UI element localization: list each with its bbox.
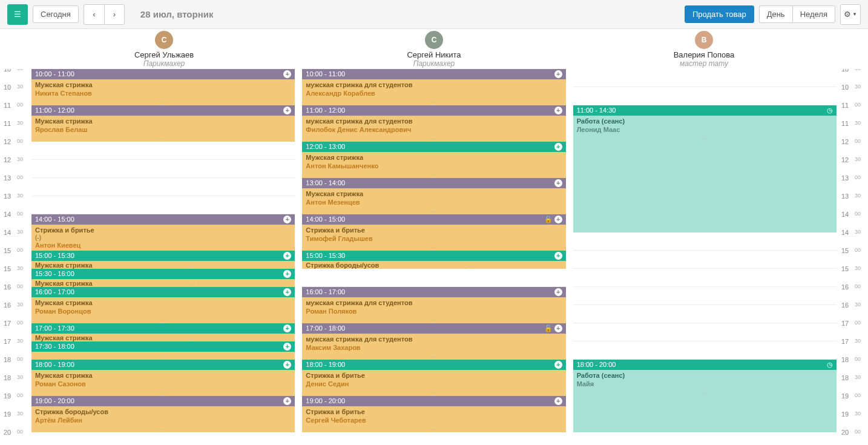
plus-circle-icon[interactable]: + <box>283 107 291 114</box>
appointment-time: 16:00 - 17:00 <box>306 287 345 297</box>
plus-circle-icon[interactable]: + <box>283 70 291 78</box>
appointment-header: 11:00 - 14:30 ◷ <box>573 105 837 116</box>
appointment[interactable]: 10:00 - 11:00 + Мужская стрижка Никита С… <box>31 69 295 105</box>
appointment[interactable]: 15:00 - 15:30 + Стрижка бороды/усов ... <box>302 251 565 269</box>
plus-circle-icon[interactable]: + <box>283 325 291 332</box>
date-label: 28 июл, вторник <box>140 9 214 19</box>
plus-circle-icon[interactable]: + <box>283 361 291 369</box>
day-view-button[interactable]: День <box>759 5 792 23</box>
appointment[interactable]: 14:00 - 15:00 + Стрижка и бритье (-) Ант… <box>31 214 295 251</box>
time-min: 00 <box>855 211 861 217</box>
plus-circle-icon[interactable]: + <box>554 107 562 114</box>
appointment-header: 14:00 - 15:00 + <box>31 214 295 225</box>
appointment-client: Тимофей Гладышев <box>306 234 562 243</box>
appointment[interactable]: 11:00 - 12:00 + Мужская стрижка Ярослав … <box>31 105 295 142</box>
time-hour: 15 <box>4 265 11 272</box>
time-min: 00 <box>17 392 23 398</box>
appointment[interactable]: 17:00 - 18:00 🔓+ мужская стрижка для сту… <box>302 323 565 360</box>
time-hour: 14 <box>841 229 849 236</box>
time-min: 30 <box>855 338 861 344</box>
plus-circle-icon[interactable]: + <box>554 288 562 296</box>
clock-icon: ◷ <box>827 360 833 370</box>
plus-circle-icon[interactable]: + <box>283 343 291 351</box>
appointment-header: 12:00 - 13:00 + <box>302 142 565 152</box>
appointment[interactable]: 13:00 - 14:00 + Мужская стрижка Антон Ме… <box>302 178 565 214</box>
plus-circle-icon[interactable]: + <box>554 361 562 369</box>
appointment-extra: (-) <box>35 234 291 241</box>
appointment[interactable]: 18:00 - 19:00 + Мужская стрижка Роман Са… <box>31 360 295 396</box>
week-view-button[interactable]: Неделя <box>792 5 835 23</box>
day-columns: 10:00 - 11:00 + Мужская стрижка Никита С… <box>29 69 839 444</box>
time-min: 30 <box>17 120 23 126</box>
appointment[interactable]: 19:00 - 20:00 + Стрижка бороды/усов Артё… <box>31 396 295 432</box>
staff-name: Сергей Ульжаев <box>134 50 194 59</box>
time-column-right: 1000103011001130120012301300133014001430… <box>839 69 868 444</box>
appointment[interactable]: 18:00 - 19:00 + Стрижка и бритье Денис С… <box>302 360 565 396</box>
appointment-header: 19:00 - 20:00 + <box>302 396 565 406</box>
plus-circle-icon[interactable]: + <box>283 252 291 260</box>
time-hour: 19 <box>841 392 849 400</box>
hamburger-icon: ☰ <box>14 10 21 19</box>
time-min: 30 <box>17 265 23 271</box>
plus-circle-icon[interactable]: + <box>554 70 562 78</box>
appointment-time: 16:00 - 17:00 <box>35 287 74 297</box>
time-column-left: 1000103011001130120012301300133014001430… <box>0 69 29 444</box>
appointment[interactable]: 19:00 - 20:00 + Стрижка и бритье Сергей … <box>302 396 565 432</box>
nav-group: ‹ › <box>84 4 125 25</box>
schedule: 1000103011001130120012301300133014001430… <box>0 69 868 444</box>
staff-column[interactable]: 10:00 - 11:00 + мужская стрижка для студ… <box>302 69 565 444</box>
plus-circle-icon[interactable]: + <box>554 397 562 405</box>
appointment-time: 18:00 - 19:00 <box>35 360 74 370</box>
appointment[interactable]: 18:00 - 20:00 ◷ Работа (сеанс) Майя ... <box>573 360 837 432</box>
toolbar: ☰ Сегодня ‹ › 28 июл, вторник Продать то… <box>0 0 868 29</box>
appointment[interactable]: 15:00 - 15:30 + Мужская стрижка ... <box>31 251 295 269</box>
plus-circle-icon[interactable]: + <box>283 288 291 296</box>
appointment[interactable]: 17:30 - 18:00 + ... <box>31 341 295 360</box>
appointment-header: 10:00 - 11:00 + <box>31 69 295 79</box>
time-hour: 13 <box>841 193 849 200</box>
appointment-service: Мужская стрижка <box>35 371 291 380</box>
plus-circle-icon[interactable]: + <box>554 325 562 332</box>
appointment-client: Роман Сазонов <box>35 380 291 388</box>
plus-circle-icon[interactable]: + <box>554 216 562 223</box>
appointment[interactable]: 11:00 - 12:00 + мужская стрижка для студ… <box>302 105 565 142</box>
gear-icon: ⚙ <box>844 10 851 19</box>
plus-circle-icon[interactable]: + <box>283 216 291 223</box>
appointment-service: Мужская стрижка <box>35 261 93 269</box>
appointment-time: 11:00 - 12:00 <box>306 105 345 116</box>
appointment-time: 11:00 - 12:00 <box>35 105 74 116</box>
appointment-header: 17:30 - 18:00 + <box>31 341 295 352</box>
plus-circle-icon[interactable]: + <box>554 252 562 260</box>
appointment-client: Роман Воронцов <box>35 307 291 315</box>
settings-button[interactable]: ⚙▼ <box>840 4 861 25</box>
today-button[interactable]: Сегодня <box>33 5 79 23</box>
plus-circle-icon[interactable]: + <box>554 143 562 151</box>
appointment[interactable]: 12:00 - 13:00 + Мужская стрижка Антон Ка… <box>302 142 565 178</box>
appointment[interactable]: 15:30 - 16:00 + Мужская стрижка ... <box>31 269 295 287</box>
plus-circle-icon[interactable]: + <box>283 397 291 405</box>
appointment-time: 19:00 - 20:00 <box>35 396 74 406</box>
plus-circle-icon[interactable]: + <box>554 179 562 187</box>
appointment-service: Мужская стрижка <box>35 117 291 125</box>
appointment[interactable]: 17:00 - 17:30 + Мужская стрижка ... <box>31 323 295 341</box>
sell-button[interactable]: Продать товар <box>685 5 754 23</box>
next-button[interactable]: › <box>104 4 125 25</box>
appointment[interactable]: 16:00 - 17:00 + Мужская стрижка Роман Во… <box>31 287 295 323</box>
prev-button[interactable]: ‹ <box>84 4 104 25</box>
menu-button[interactable]: ☰ <box>7 4 28 25</box>
view-group: День Неделя <box>759 5 835 23</box>
staff-header[interactable]: В Валерия Попова мастер тату <box>569 29 839 69</box>
appointment-header: 15:30 - 16:00 + <box>31 269 295 279</box>
appointment[interactable]: 10:00 - 11:00 + мужская стрижка для студ… <box>302 69 565 105</box>
plus-circle-icon[interactable]: + <box>283 270 291 278</box>
appointment-client: Александр Кораблев <box>306 89 562 97</box>
appointment[interactable]: 11:00 - 14:30 ◷ Работа (сеанс) Леонид Ма… <box>573 105 837 232</box>
staff-column[interactable]: 11:00 - 14:30 ◷ Работа (сеанс) Леонид Ма… <box>573 69 837 444</box>
staff-header[interactable]: С Сергей Никита Парикмахер <box>299 29 569 69</box>
staff-column[interactable]: 10:00 - 11:00 + Мужская стрижка Никита С… <box>31 69 295 444</box>
appointment[interactable]: 14:00 - 15:00 🔓+ Стрижка и бритье Тимофе… <box>302 214 565 251</box>
staff-header[interactable]: С Сергей Ульжаев Парикмахер <box>29 29 299 69</box>
appointment[interactable]: 16:00 - 17:00 + мужская стрижка для студ… <box>302 287 565 323</box>
time-hour: 10 <box>4 69 11 73</box>
appointment-header: 17:00 - 18:00 🔓+ <box>302 323 565 334</box>
